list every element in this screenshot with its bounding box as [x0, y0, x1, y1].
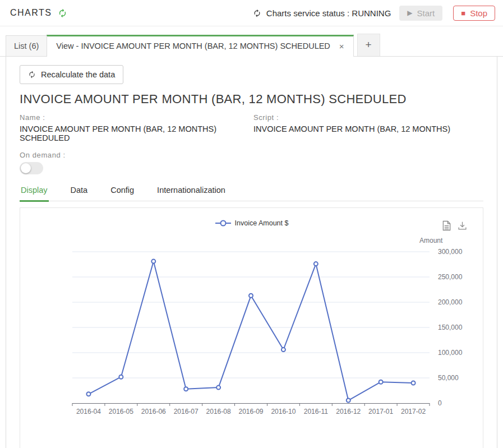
plus-icon: +	[366, 39, 372, 50]
x-tick-label: 2016-12	[336, 408, 361, 415]
tab-internationalization[interactable]: Internationalization	[156, 186, 227, 201]
tab-view-active[interactable]: View - INVOICE AMOUNT PER MONTH (BAR, 12…	[47, 35, 353, 57]
tab-bar: List (6) View - INVOICE AMOUNT PER MONTH…	[0, 34, 503, 57]
y-tick-label: 200,000	[438, 298, 463, 306]
app-brand: CHARTS	[10, 8, 67, 18]
data-point	[216, 386, 220, 390]
script-field: Script : INVOICE AMOUNT PER MONTH (BAR, …	[253, 113, 450, 142]
data-point	[314, 262, 318, 266]
x-tick-label: 2016-10	[271, 408, 296, 415]
data-point	[151, 260, 155, 264]
x-axis	[72, 403, 430, 406]
data-point	[379, 380, 383, 384]
x-tick-label: 2016-09	[238, 408, 263, 415]
page-title: INVOICE AMOUNT PER MONTH (BAR, 12 MONTHS…	[20, 92, 483, 107]
play-icon: ▶	[407, 9, 412, 17]
close-icon[interactable]: ×	[339, 42, 344, 50]
refresh-icon[interactable]	[58, 8, 67, 18]
data-point	[119, 375, 123, 379]
tab-display[interactable]: Display	[20, 186, 49, 202]
subtab-bar: Display Data Config Internationalization	[20, 186, 483, 201]
on-demand-toggle[interactable]	[20, 162, 43, 174]
app-title: CHARTS	[10, 8, 52, 18]
x-tick-label: 2016-06	[141, 408, 166, 415]
start-button[interactable]: ▶ Start	[399, 6, 442, 21]
data-points	[86, 260, 415, 403]
data-point	[282, 348, 285, 352]
x-tick-label: 2017-02	[401, 408, 426, 415]
tab-config[interactable]: Config	[109, 186, 135, 201]
view-panel: Recalculate the data INVOICE AMOUNT PER …	[6, 57, 497, 448]
top-bar: CHARTS Charts service status : RUNNING ▶…	[0, 0, 503, 26]
stop-button[interactable]: ■ Stop	[453, 6, 495, 21]
x-tick-label: 2016-07	[174, 408, 199, 415]
data-point	[347, 399, 350, 403]
new-tab-button[interactable]: +	[357, 34, 380, 56]
x-tick-label: 2016-04	[76, 408, 101, 415]
x-tick-label: 2017-01	[368, 408, 393, 415]
data-point	[184, 387, 188, 391]
y-tick-label: 0	[438, 399, 442, 407]
recalculate-button[interactable]: Recalculate the data	[20, 65, 123, 84]
y-axis-labels: 050,000100,000150,000200,000250,000300,0…	[419, 237, 463, 407]
refresh-status-icon[interactable]	[253, 9, 261, 17]
script-label: Script :	[253, 113, 450, 122]
start-button-label: Start	[417, 8, 435, 18]
chart-card: Invoice Amount $ 050,000100,000150,00020…	[20, 207, 483, 448]
fields-row: Name : INVOICE AMOUNT PER MONTH (BAR, 12…	[20, 113, 483, 142]
name-label: Name :	[20, 113, 253, 122]
x-axis-labels: 2016-042016-052016-062016-072016-082016-…	[76, 408, 426, 415]
tab-list[interactable]: List (6)	[6, 35, 47, 56]
refresh-small-icon	[28, 71, 36, 78]
y-tick-label: 250,000	[438, 273, 463, 281]
legend-marker-icon	[215, 220, 232, 227]
data-point	[249, 294, 253, 298]
service-status-area: Charts service status : RUNNING ▶ Start …	[253, 6, 495, 21]
script-value: INVOICE AMOUNT PER MONTH (BAR, 12 MONTHS…	[253, 124, 450, 133]
on-demand-label: On demand :	[20, 151, 483, 159]
recalculate-label: Recalculate the data	[41, 70, 115, 79]
name-field: Name : INVOICE AMOUNT PER MONTH (BAR, 12…	[20, 113, 253, 142]
service-status-text: Charts service status : RUNNING	[266, 8, 391, 18]
on-demand-field: On demand :	[20, 151, 483, 174]
x-tick-label: 2016-11	[304, 408, 328, 415]
x-tick-label: 2016-05	[109, 408, 133, 415]
name-value: INVOICE AMOUNT PER MONTH (BAR, 12 MONTHS…	[20, 124, 253, 142]
x-tick-label: 2016-08	[206, 408, 231, 415]
y-tick-label: 50,000	[438, 374, 459, 382]
download-icon[interactable]	[458, 220, 467, 231]
chart-toolbox	[442, 220, 467, 231]
data-view-icon[interactable]	[442, 220, 451, 231]
y-tick-label: 100,000	[438, 349, 463, 357]
y-axis-title: Amount	[419, 237, 443, 244]
stop-icon: ■	[461, 9, 465, 17]
tab-view-label: View - INVOICE AMOUNT PER MONTH (BAR, 12…	[56, 41, 330, 50]
y-tick-label: 150,000	[438, 324, 463, 331]
data-point	[412, 381, 416, 385]
chart-plot: 050,000100,000150,000200,000250,000300,0…	[20, 235, 484, 448]
stop-button-label: Stop	[470, 8, 487, 18]
data-point	[86, 392, 90, 396]
legend-label: Invoice Amount $	[235, 219, 289, 227]
tab-list-label: List (6)	[14, 41, 39, 50]
series-line	[89, 261, 413, 400]
toggle-knob	[21, 163, 31, 173]
tab-data[interactable]: Data	[70, 186, 89, 201]
chart-legend[interactable]: Invoice Amount $	[20, 219, 483, 227]
y-tick-label: 300,000	[438, 248, 463, 256]
